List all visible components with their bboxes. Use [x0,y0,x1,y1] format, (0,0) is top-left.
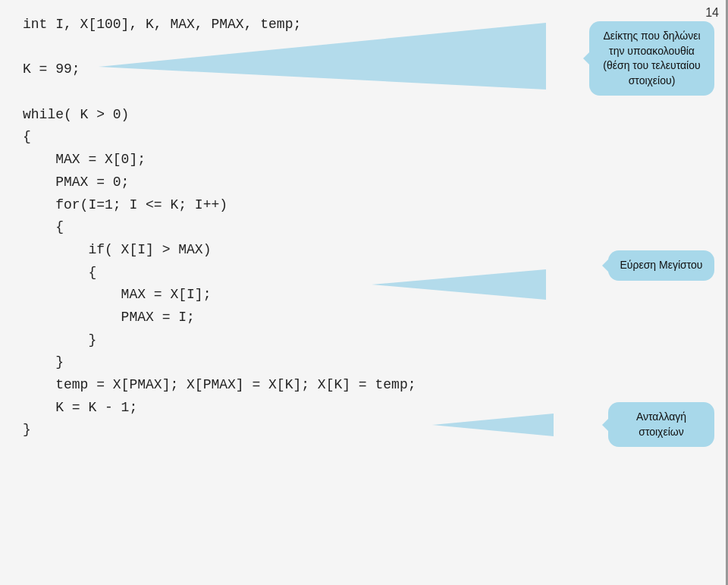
callout-index: Δείκτης που δηλώνει την υποακολουθία (θέ… [589,21,714,96]
callout-index-text: Δείκτης που δηλώνει την υποακολουθία [603,30,700,57]
callout-max-text: Εύρεση Μεγίστου [620,259,703,271]
code-area: int I, X[100], K, MAX, PMAX, temp; K = 9… [0,0,584,585]
callout-max: Εύρεση Μεγίστου [608,250,714,281]
callout-index-subtitle: (θέση του τελευταίου στοιχείου) [603,59,700,86]
callout-swap-text: Ανταλλαγή στοιχείων [636,410,686,438]
page-container: 14 int I, X[100], K, MAX, PMAX, temp; K … [0,0,728,585]
code-block: int I, X[100], K, MAX, PMAX, temp; K = 9… [23,14,569,442]
callout-swap: Ανταλλαγή στοιχείων [608,402,714,447]
annotations-panel: Δείκτης που δηλώνει την υποακολουθία (θέ… [584,0,728,585]
